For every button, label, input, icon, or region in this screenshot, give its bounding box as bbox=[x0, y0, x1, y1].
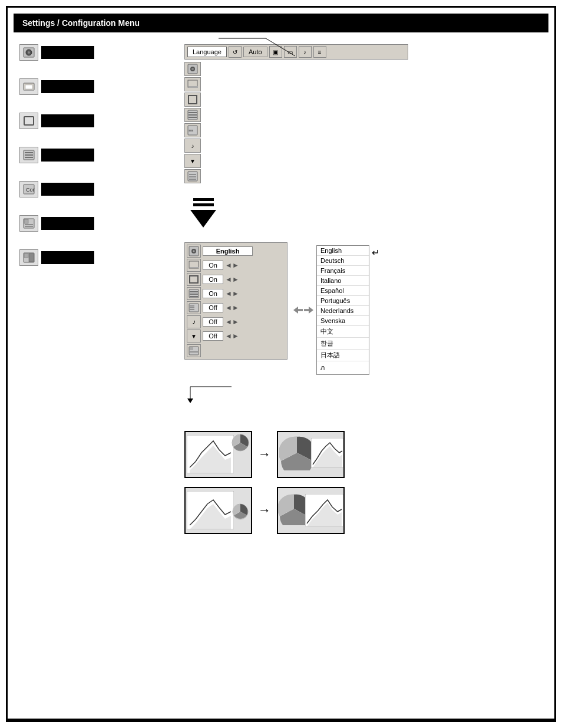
menu-label-4 bbox=[41, 149, 94, 162]
preview-arrow-2: → bbox=[258, 503, 271, 518]
lang-option-nederlands[interactable]: Nederlands bbox=[317, 306, 369, 316]
svg-text:Cont: Cont bbox=[26, 187, 35, 193]
svg-rect-32 bbox=[188, 172, 197, 181]
side-btn-4[interactable] bbox=[184, 108, 201, 122]
svg-rect-18 bbox=[24, 253, 28, 258]
svg-text:≡≡: ≡≡ bbox=[189, 129, 193, 133]
settings-row-4: Off ◄► bbox=[187, 301, 285, 314]
side-btn-5[interactable]: ≡≡ bbox=[184, 123, 201, 137]
settings-lang-row: English bbox=[187, 245, 285, 258]
settings-arrows-6[interactable]: ◄► bbox=[225, 332, 239, 340]
svg-rect-42 bbox=[190, 267, 199, 268]
page-border: Settings / Configuration Menu bbox=[6, 6, 556, 722]
svg-rect-53 bbox=[190, 347, 193, 350]
settings-icon-3 bbox=[187, 287, 201, 300]
annotation-svg bbox=[219, 32, 307, 103]
menu-icon-1 bbox=[19, 44, 38, 61]
menu-icon-btn[interactable]: ≡ bbox=[313, 46, 326, 58]
lang-option-espanol[interactable]: Español bbox=[317, 286, 369, 296]
settings-icon-1 bbox=[187, 259, 201, 272]
settings-value-5: Off bbox=[203, 317, 223, 327]
toolbar-section: Language ↺ Auto ▣ ▭ ♪ ≡ bbox=[184, 44, 408, 183]
settings-value-4: Off bbox=[203, 303, 223, 312]
settings-value-6: Off bbox=[203, 331, 223, 341]
content-area: Cont bbox=[8, 38, 554, 540]
header-bar: Settings / Configuration Menu bbox=[14, 14, 548, 32]
settings-arrows-3[interactable]: ◄► bbox=[225, 289, 239, 298]
menu-label-1 bbox=[41, 46, 94, 59]
lang-option-portugues[interactable]: Português bbox=[317, 296, 369, 306]
side-btn-6[interactable]: ♪ bbox=[184, 139, 201, 153]
menu-label-5 bbox=[41, 183, 94, 196]
language-dropdown: English Deutsch Français Italiano Españo… bbox=[316, 245, 369, 375]
lang-option-italiano[interactable]: Italiano bbox=[317, 276, 369, 286]
settings-value-1: On bbox=[203, 261, 223, 270]
settings-arrows-1[interactable]: ◄► bbox=[225, 261, 239, 269]
lang-option-korean[interactable]: 한글 bbox=[317, 338, 369, 350]
menu-label-7 bbox=[41, 251, 94, 264]
side-btn-8[interactable] bbox=[184, 169, 201, 183]
lang-option-japanese[interactable]: 日本語 bbox=[317, 350, 369, 361]
pie-chart-large bbox=[279, 435, 315, 470]
annotation-line-svg bbox=[184, 381, 243, 404]
lang-option-thai[interactable]: ภ bbox=[317, 361, 369, 374]
settings-value-2: On bbox=[203, 275, 223, 284]
settings-icon-2 bbox=[187, 273, 201, 286]
annotation-pointer bbox=[184, 381, 543, 404]
side-btn-1[interactable] bbox=[184, 62, 201, 76]
menu-item-1[interactable] bbox=[19, 44, 173, 61]
svg-point-40 bbox=[193, 251, 195, 252]
dropdown-back-arrow[interactable]: ↵ bbox=[372, 247, 379, 258]
side-btn-2[interactable] bbox=[184, 77, 201, 91]
svg-rect-43 bbox=[190, 276, 198, 283]
settings-arrows-5[interactable]: ◄► bbox=[225, 318, 239, 326]
menu-icon-2 bbox=[19, 78, 38, 95]
preview-row-1: → bbox=[184, 431, 543, 478]
menu-icon-6 bbox=[19, 215, 38, 232]
lang-option-svenska[interactable]: Svenska bbox=[317, 316, 369, 326]
settings-icon-4 bbox=[187, 301, 201, 314]
right-column: Language ↺ Auto ▣ ▭ ♪ ≡ bbox=[184, 44, 543, 534]
preview-before-2 bbox=[184, 487, 252, 534]
side-btn-7[interactable]: ▼ bbox=[184, 154, 201, 168]
arrow-line-1 bbox=[193, 198, 214, 201]
lang-dropdown-container: English Deutsch Français Italiano Españo… bbox=[316, 245, 369, 375]
preview-before-1 bbox=[184, 431, 252, 478]
arrow-down-section bbox=[190, 198, 216, 228]
svg-line-37 bbox=[266, 38, 295, 56]
header-title: Settings / Configuration Menu bbox=[22, 18, 140, 28]
menu-icon-7 bbox=[19, 249, 38, 266]
svg-point-22 bbox=[191, 68, 194, 70]
arrow-down-icon bbox=[190, 210, 216, 228]
menu-item-7[interactable] bbox=[19, 249, 173, 266]
settings-arrows-4[interactable]: ◄► bbox=[225, 304, 239, 312]
menu-item-5[interactable]: Cont bbox=[19, 181, 173, 197]
settings-icon-5: ♪ bbox=[187, 315, 201, 328]
lang-option-deutsch[interactable]: Deutsch bbox=[317, 256, 369, 266]
settings-row-6: ▼ Off ◄► bbox=[187, 330, 285, 342]
settings-bottom-icon bbox=[187, 344, 201, 357]
menu-item-3[interactable] bbox=[19, 113, 173, 129]
preview-row-2: → bbox=[184, 487, 543, 534]
settings-row-1: On ◄► bbox=[187, 259, 285, 272]
lang-option-english[interactable]: English bbox=[317, 246, 369, 256]
menu-item-2[interactable] bbox=[19, 78, 173, 95]
mountain-chart-small-2 bbox=[305, 494, 343, 526]
side-toolbar-area: ≡≡ ♪ ▼ bbox=[184, 62, 408, 183]
settings-arrows-2[interactable]: ◄► bbox=[225, 275, 239, 284]
settings-icon-6: ▼ bbox=[187, 330, 201, 342]
lang-option-francais[interactable]: Français bbox=[317, 266, 369, 276]
right-expand-arrow bbox=[304, 307, 313, 314]
side-btn-3[interactable] bbox=[184, 93, 201, 107]
menu-icon-4 bbox=[19, 147, 38, 163]
lang-option-chinese[interactable]: 中文 bbox=[317, 326, 369, 338]
lang-row-icon bbox=[187, 245, 201, 258]
svg-marker-57 bbox=[187, 398, 193, 403]
menu-item-6[interactable] bbox=[19, 215, 173, 232]
menu-label-2 bbox=[41, 80, 94, 93]
bottom-border bbox=[8, 719, 554, 720]
settings-lang-section: English On ◄► bbox=[184, 242, 543, 375]
preview-section: → bbox=[184, 431, 543, 534]
settings-bottom-row bbox=[187, 344, 285, 357]
menu-item-4[interactable] bbox=[19, 147, 173, 163]
